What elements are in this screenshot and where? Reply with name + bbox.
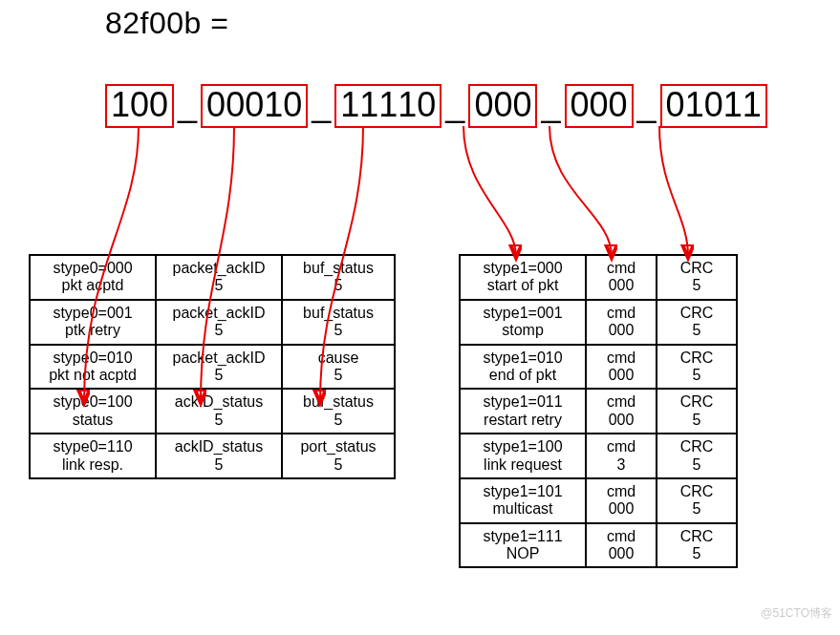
bin-sep: _	[634, 86, 660, 126]
cell-line: 5	[334, 456, 343, 473]
cell: cmd 000	[586, 389, 657, 434]
table-row: stype1=111 NOP cmd 000 CRC 5	[460, 523, 737, 568]
hex-equation-label: 82f00b =	[105, 6, 228, 41]
cell-line: stype0=110	[53, 438, 132, 455]
cell-line: 000	[609, 367, 635, 383]
cell-line: packet_ackID	[173, 305, 266, 321]
cell-line: NOP	[506, 545, 540, 561]
cell-line: restart retry	[484, 412, 562, 428]
cell-line: 5	[215, 322, 224, 338]
cell-line: start of pkt	[487, 277, 559, 293]
cell: CRC 5	[657, 523, 737, 568]
arrow-bin5-to-right-col3	[659, 126, 688, 256]
cell: stype1=111 NOP	[460, 523, 586, 568]
cell: CRC 5	[657, 300, 737, 345]
cell: stype1=010 end of pkt	[460, 345, 586, 390]
arrow-bin3-to-right-col1	[463, 126, 516, 256]
watermark: @51CTO博客	[761, 605, 832, 622]
cell-line: 000	[609, 412, 635, 428]
cell-line: CRC	[680, 349, 714, 366]
cell-line: 5	[693, 456, 701, 473]
bin-sep: _	[537, 86, 564, 126]
cell-line: buf_status	[303, 260, 374, 276]
left-table: stype0=000 pkt acptd packet_ackID 5 buf_…	[29, 254, 396, 479]
cell: stype1=100 link request	[460, 434, 586, 478]
cell-line: 5	[693, 322, 701, 338]
cell-line: cmd	[607, 260, 635, 276]
cell-line: end of pkt	[489, 367, 556, 383]
cell-line: stomp	[502, 322, 544, 338]
bin-field-0: 100	[105, 84, 174, 128]
cell: buf_status 5	[282, 389, 395, 434]
cell-line: CRC	[680, 305, 714, 321]
cell: CRC 5	[657, 478, 737, 523]
cell-line: CRC	[680, 483, 714, 499]
diagram-root: 82f00b = 100 _ 00010 _ 11110 _ 000 _ 000…	[0, 0, 840, 635]
bin-sep: _	[174, 86, 201, 126]
cell-line: 000	[609, 545, 635, 561]
cell-line: multicast	[492, 500, 552, 517]
cell-line: ackID_status	[175, 438, 263, 455]
cell-line: stype1=100	[483, 438, 562, 455]
cell: stype1=000 start of pkt	[460, 255, 586, 300]
cell: cmd 3	[586, 434, 657, 478]
cell: stype0=010 pkt not acptd	[30, 345, 156, 390]
cell-line: status	[73, 412, 114, 428]
cell-line: 5	[334, 367, 343, 383]
cell-line: 3	[617, 456, 626, 473]
bin-sep: _	[308, 86, 334, 126]
cell-line: pkt acptd	[62, 277, 124, 293]
cell-line: 5	[693, 545, 701, 561]
cell: ackID_status 5	[156, 389, 282, 434]
cell-line: stype1=001	[483, 305, 562, 321]
cell-line: cmd	[607, 438, 635, 455]
cell-line: 000	[609, 322, 635, 338]
cell-line: stype1=000	[483, 260, 562, 276]
cell: stype0=110 link resp.	[30, 434, 156, 478]
cell-line: ptk retry	[65, 322, 120, 338]
cell-line: cmd	[607, 483, 635, 499]
cell-line: CRC	[680, 438, 714, 455]
cell-line: cmd	[607, 393, 635, 410]
bin-field-4: 000	[565, 84, 634, 128]
cell: stype1=001 stomp	[460, 300, 586, 345]
cell-line: pkt not acptd	[49, 367, 137, 383]
cell-line: 000	[609, 500, 635, 517]
cell: cmd 000	[586, 345, 657, 390]
table-row: stype0=010 pkt not acptd packet_ackID 5 …	[30, 345, 395, 390]
arrow-bin4-to-right-col2	[549, 126, 612, 256]
cell: ackID_status 5	[156, 434, 282, 478]
right-table: stype1=000 start of pkt cmd 000 CRC 5 st…	[459, 254, 738, 568]
cell-line: CRC	[680, 393, 714, 410]
cell: port_status 5	[282, 434, 395, 478]
cell: buf_status 5	[282, 300, 395, 345]
cell-line: port_status	[300, 438, 376, 455]
cell: buf_status 5	[282, 255, 395, 300]
cell-line: cause	[318, 349, 359, 366]
cell-line: 5	[693, 277, 701, 293]
cell-line: stype1=101	[483, 483, 562, 499]
cell-line: 5	[215, 367, 224, 383]
cell: stype1=101 multicast	[460, 478, 586, 523]
cell: cmd 000	[586, 478, 657, 523]
cell: stype0=100 status	[30, 389, 156, 434]
table-row: stype1=101 multicast cmd 000 CRC 5	[460, 478, 737, 523]
bin-field-5: 01011	[660, 84, 767, 128]
cell-line: buf_status	[303, 393, 374, 410]
cell-line: 5	[215, 277, 224, 293]
cell-line: stype1=010	[483, 349, 562, 366]
cell: stype0=000 pkt acptd	[30, 255, 156, 300]
cell-line: stype0=000	[53, 260, 132, 276]
binary-row: 100 _ 00010 _ 11110 _ 000 _ 000 _ 01011	[105, 84, 767, 128]
table-row: stype0=001 ptk retry packet_ackID 5 buf_…	[30, 300, 395, 345]
cell-line: stype0=001	[53, 305, 132, 321]
table-row: stype0=110 link resp. ackID_status 5 por…	[30, 434, 395, 478]
table-row: stype1=011 restart retry cmd 000 CRC 5	[460, 389, 737, 434]
cell-line: CRC	[680, 260, 714, 276]
cell-line: stype0=100	[53, 393, 132, 410]
cell: stype0=001 ptk retry	[30, 300, 156, 345]
bin-field-1: 00010	[201, 84, 308, 128]
cell-line: 5	[215, 456, 224, 473]
cell: packet_ackID 5	[156, 345, 282, 390]
cell-line: 5	[693, 367, 701, 383]
